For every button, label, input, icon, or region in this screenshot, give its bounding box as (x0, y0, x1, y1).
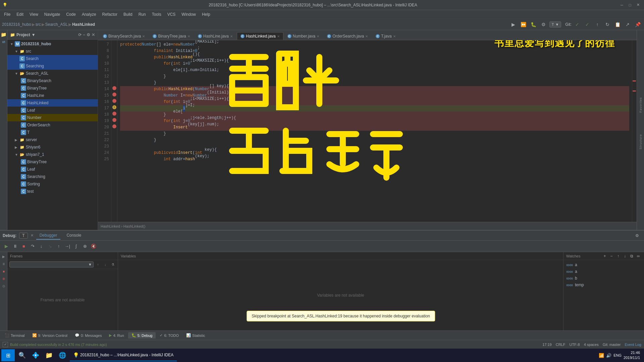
git-btn5[interactable]: 📌 (633, 20, 642, 29)
event-log-link[interactable]: Event Log (625, 343, 641, 347)
menu-tools[interactable]: Tools (149, 11, 164, 18)
tree-s7-leaf[interactable]: C Leaf (7, 166, 98, 173)
breadcrumb-module[interactable]: Search_ASL (45, 22, 68, 27)
breakpoint-18[interactable] (111, 110, 117, 117)
breakpoint-16[interactable] (111, 98, 117, 104)
tree-src[interactable]: ▼ 📁 src (7, 48, 98, 55)
debug-step-over[interactable]: ↷ (29, 243, 36, 250)
watch-remove-btn[interactable]: − (608, 253, 614, 259)
start-button[interactable]: ⊞ (1, 349, 15, 361)
frames-down-btn[interactable]: ↓ (102, 261, 108, 267)
menu-run[interactable]: Run (136, 11, 149, 18)
breakpoint-19[interactable] (111, 117, 117, 123)
debug-pause-btn[interactable]: ⏸ (11, 243, 19, 250)
menu-window[interactable]: Window (179, 11, 199, 18)
menu-vcs[interactable]: VCS (165, 11, 178, 18)
panel-dropdown[interactable]: ▼ (32, 33, 36, 37)
debug-tab-debugger[interactable]: Debugger (36, 232, 61, 240)
tree-root[interactable]: ▼ M 20182316_hubo (7, 40, 98, 48)
tree-s7-binarytree[interactable]: C BinaryTree (7, 158, 98, 166)
tree-t[interactable]: C T (7, 129, 98, 136)
debug-sidebar-1[interactable]: ▶ (1, 253, 7, 259)
debug-step-force[interactable]: ↘ (46, 243, 54, 250)
tree-server[interactable]: ▶ 📁 server (7, 136, 98, 143)
bottom-tab-run[interactable]: ▶ 4: Run (106, 332, 127, 339)
git-btn1[interactable]: ↑ (593, 20, 602, 29)
breadcrumb-src[interactable]: src (36, 22, 41, 27)
tab-binary-search[interactable]: C BinarySearch.java ✕ (99, 32, 149, 40)
tab-close-os[interactable]: ✕ (365, 35, 368, 38)
tree-shiyan6[interactable]: ▶ 📁 Shiyan6 (7, 143, 98, 151)
debug-mute[interactable]: 🔇 (90, 243, 97, 250)
watch-infinity-btn[interactable]: ∞ (635, 253, 641, 259)
tree-number[interactable]: C Number (7, 114, 98, 121)
debug-breakpoints[interactable]: ⊕ (81, 243, 89, 250)
debug-tab-console[interactable]: Console (63, 232, 85, 240)
bottom-tab-statistic[interactable]: 📊 Statistic (183, 332, 209, 339)
debug-sidebar-5[interactable]: ⊙ (1, 283, 7, 289)
tab-close-bs[interactable]: ✕ (142, 35, 145, 38)
structure-label[interactable]: Structure (639, 134, 642, 149)
minimize-button[interactable]: ─ (619, 2, 625, 8)
code-content[interactable]: protected Number[] ele=new Number[MAXSIZ… (117, 40, 632, 222)
debug-settings-icon[interactable]: ⚙ (633, 231, 641, 240)
menu-help[interactable]: Help (199, 11, 213, 18)
panel-gear-icon[interactable]: ⚙ (87, 33, 90, 37)
debug-step-out[interactable]: ↑ (55, 243, 62, 250)
debug-step-into[interactable]: ↓ (38, 243, 45, 250)
tray-clock[interactable]: 21:46 2019/11/1 (624, 350, 640, 361)
tree-s7-test[interactable]: C test (7, 188, 98, 195)
tab-hashline[interactable]: C HashLine.java ✕ (194, 32, 236, 40)
watch-copy-btn[interactable]: ⧉ (629, 253, 635, 259)
tree-hashline[interactable]: C HashLine (7, 92, 98, 99)
tab-binary-tree[interactable]: C BinaryTree.java ✕ (149, 32, 194, 40)
panel-close-icon[interactable]: ✕ (92, 33, 95, 37)
taskbar-search[interactable]: 🔍 (16, 349, 28, 361)
toolbar-btn-3[interactable]: 🐛 (529, 20, 538, 29)
debug-sidebar-2[interactable]: ⏸ (1, 261, 7, 267)
menu-analyze[interactable]: Analyze (79, 11, 99, 18)
frames-up-btn[interactable]: ↑ (95, 261, 101, 267)
breakpoint-15[interactable] (111, 91, 117, 98)
git-btn3[interactable]: 📋 (613, 20, 622, 29)
breakpoint-17[interactable]: ! (111, 104, 117, 110)
tab-close-t[interactable]: ✕ (393, 35, 396, 38)
debug-resume-btn[interactable]: ▶ (3, 243, 10, 250)
taskbar-files[interactable]: 📁 (43, 349, 55, 361)
git-check2[interactable]: ✓ (583, 20, 592, 29)
tree-s7-sorting[interactable]: C Sorting (7, 180, 98, 188)
tree-binary-search[interactable]: C BinarySearch (7, 77, 98, 84)
menu-edit[interactable]: Edit (14, 11, 26, 18)
run-config-combo[interactable]: T ▼ (549, 21, 561, 27)
tree-searching[interactable]: C Searching (7, 62, 98, 70)
menu-refactor[interactable]: Refactor (100, 11, 120, 18)
bottom-tab-vcs[interactable]: 🔀 9: Version Control (29, 332, 71, 339)
tab-ordersearch[interactable]: C OrderSearch.java ✕ (323, 32, 372, 40)
breadcrumb-project[interactable]: 20182316_hubo (2, 22, 31, 27)
tab-number[interactable]: C Number.java ✕ (284, 32, 323, 40)
toolbar-btn-4[interactable]: ⚙ (539, 20, 548, 29)
watch-up-btn[interactable]: ↑ (615, 253, 621, 259)
structure-btn[interactable]: S (1, 39, 7, 45)
tab-t[interactable]: C T.java ✕ (372, 32, 399, 40)
toolbar-btn-2[interactable]: ⏩ (519, 20, 528, 29)
tray-lang[interactable]: ENG (613, 353, 622, 357)
favorites-label[interactable]: Favorites (639, 97, 642, 113)
toolbar-btn-1[interactable]: ▶ (509, 20, 518, 29)
frames-combo[interactable]: ▼ (9, 261, 94, 267)
debug-stop-btn[interactable]: ■ (20, 243, 28, 250)
debug-run-cursor[interactable]: →| (64, 243, 71, 250)
taskbar-edge[interactable]: 🌐 (56, 349, 68, 361)
tab-close-hlink[interactable]: ✕ (277, 35, 280, 38)
taskbar-app[interactable]: 💡 20182316_hubo – ...\HashLinked.java - … (70, 349, 177, 361)
tree-s7-searching[interactable]: C Searching (7, 173, 98, 180)
restore-button[interactable]: □ (627, 2, 633, 8)
tab-close-num[interactable]: ✕ (317, 35, 319, 38)
tree-search-asl[interactable]: ▼ 📂 Search_ASL (7, 70, 98, 77)
debug-sidebar-3[interactable]: ■ (1, 268, 7, 274)
debug-sidebar-4[interactable]: ⊗ (1, 276, 7, 282)
tree-ordersearch[interactable]: C OrderSearch (7, 121, 98, 129)
tree-leaf[interactable]: C Leaf (7, 107, 98, 114)
bottom-tab-todo[interactable]: ✓ 6: TODO (156, 332, 182, 339)
tree-shiyan7[interactable]: ▼ 📂 shiyan7_1 (7, 151, 98, 158)
